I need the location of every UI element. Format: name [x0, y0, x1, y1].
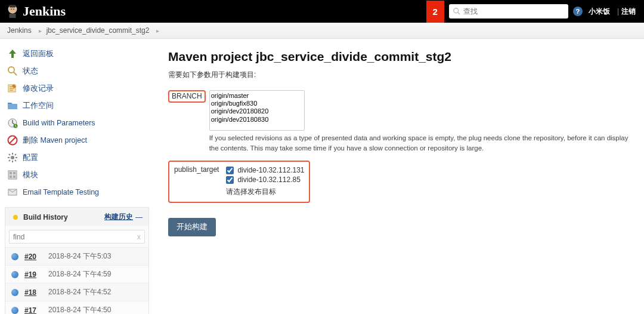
search-box[interactable]: [449, 4, 568, 19]
branch-option[interactable]: origin/bugfix830: [211, 100, 303, 107]
task-link[interactable]: Build with Parameters: [23, 119, 95, 127]
param-label-branch: BRANCH: [172, 91, 202, 100]
build-date: 2018-8-24 下午4:59: [48, 269, 111, 279]
build-status-ball-icon: [11, 307, 18, 314]
folder-icon: [7, 100, 18, 111]
build-date: 2018-8-24 下午4:50: [48, 305, 111, 314]
svg-point-3: [13, 8, 14, 10]
sidebar-task-工作空间[interactable]: 工作空间: [5, 98, 149, 113]
publish-target-option[interactable]: divide-10.32.112.131: [226, 165, 304, 175]
svg-rect-1: [10, 5, 16, 8]
sun-icon: [11, 213, 20, 221]
branch-option[interactable]: origin/dev20180830: [211, 116, 303, 124]
task-link[interactable]: 删除 Maven project: [23, 136, 87, 146]
sidebar-task-模块[interactable]: 模块: [5, 167, 149, 183]
main-panel: Maven project jbc_service_divide_commit_…: [155, 39, 644, 314]
svg-point-4: [454, 8, 459, 13]
branch-select[interactable]: origin/masterorigin/bugfix830origin/dev2…: [209, 90, 305, 131]
build-status-ball-icon: [11, 289, 18, 296]
divider: |: [617, 7, 619, 16]
publish-target-option[interactable]: divide-10.32.112.85: [226, 175, 304, 184]
help-icon[interactable]: ?: [573, 7, 583, 16]
task-link[interactable]: 配置: [23, 153, 38, 163]
svg-line-20: [9, 160, 10, 161]
search-icon: [453, 7, 461, 16]
build-number[interactable]: #18: [24, 288, 48, 297]
build-history-filter[interactable]: x: [9, 230, 145, 244]
sidebar-task-删除-maven-project[interactable]: 删除 Maven project: [5, 133, 149, 148]
publish-target-checkbox[interactable]: [226, 167, 234, 174]
build-row[interactable]: #182018-8-24 下午4:52: [5, 283, 148, 301]
build-history-title: Build History: [23, 213, 104, 221]
side-panel: 返回面板状态修改记录工作空间Build with Parameters删除 Ma…: [0, 39, 155, 314]
build-number[interactable]: #17: [24, 306, 48, 315]
task-link[interactable]: 模块: [23, 170, 38, 180]
task-link[interactable]: 工作空间: [23, 101, 54, 111]
delete-icon: [7, 135, 18, 146]
page-subtitle: 需要如下参数用于构建项目:: [168, 70, 634, 80]
svg-rect-26: [13, 176, 16, 178]
module-icon: [7, 170, 18, 180]
publish-target-hint: 请选择发布目标: [226, 187, 304, 197]
build-status-ball-icon: [11, 271, 18, 278]
build-history-panel: Build History 构建历史 — x #202018-8-24 下午5:…: [5, 207, 149, 314]
breadcrumb-item[interactable]: Jenkins: [7, 26, 32, 35]
build-button[interactable]: 开始构建: [168, 218, 216, 236]
magnifier-icon: [7, 66, 18, 76]
sidebar-task-返回面板[interactable]: 返回面板: [5, 46, 149, 61]
logout-link[interactable]: 注销: [621, 7, 636, 17]
task-link[interactable]: 修改记录: [23, 84, 54, 94]
breadcrumb-item[interactable]: jbc_service_divide_commit_stg2: [47, 26, 150, 35]
search-input[interactable]: [463, 7, 565, 16]
sidebar-task-配置[interactable]: 配置: [5, 150, 149, 165]
sidebar-task-状态[interactable]: 状态: [5, 63, 149, 79]
build-date: 2018-8-24 下午5:03: [48, 251, 111, 261]
task-link[interactable]: 返回面板: [23, 49, 54, 59]
build-number[interactable]: #20: [24, 253, 48, 261]
top-header: Jenkins 2 ? 小米饭 | 注销: [0, 0, 644, 23]
breadcrumb: Jenkins ▸ jbc_service_divide_commit_stg2…: [0, 23, 644, 39]
svg-rect-23: [10, 172, 12, 174]
svg-line-5: [458, 13, 460, 15]
edit-icon: [7, 83, 18, 94]
svg-line-19: [15, 160, 16, 161]
svg-rect-24: [13, 172, 16, 174]
parameters-table: BRANCH origin/masterorigin/bugfix830orig…: [168, 88, 634, 211]
sidebar-task-build-with-parameters[interactable]: Build with Parameters: [5, 115, 149, 131]
svg-line-7: [14, 72, 17, 75]
trend-dash: —: [135, 213, 143, 221]
task-link[interactable]: 状态: [23, 66, 38, 76]
svg-point-2: [11, 8, 12, 10]
build-number[interactable]: #19: [24, 270, 48, 279]
mail-icon: [7, 187, 18, 198]
up-arrow-icon: [7, 48, 18, 59]
branch-label-box: BRANCH: [168, 90, 206, 103]
sidebar-task-修改记录[interactable]: 修改记录: [5, 81, 149, 96]
build-history-header: Build History 构建历史 —: [5, 208, 148, 226]
publish-target-checkbox[interactable]: [226, 176, 234, 184]
user-link[interactable]: 小米饭: [589, 7, 610, 17]
build-date: 2018-8-24 下午4:52: [48, 287, 111, 297]
svg-point-13: [11, 156, 14, 159]
branch-description: If you selected revisions as a type of p…: [209, 133, 631, 153]
branch-option[interactable]: origin/dev20180820: [211, 107, 303, 115]
branch-option[interactable]: origin/master: [211, 92, 303, 100]
chevron-right-icon: ▸: [156, 27, 159, 34]
clear-filter-icon[interactable]: x: [134, 233, 144, 241]
gear-icon: [7, 152, 18, 163]
clock-icon: [7, 118, 18, 128]
page-title: Maven project jbc_service_divide_commit_…: [168, 50, 634, 64]
svg-line-18: [9, 154, 10, 155]
build-history-filter-input[interactable]: [10, 233, 134, 241]
build-row[interactable]: #192018-8-24 下午4:59: [5, 265, 148, 283]
build-row[interactable]: #202018-8-24 下午5:03: [5, 247, 148, 265]
sidebar-task-email-template-testing[interactable]: Email Template Testing: [5, 184, 149, 200]
task-link[interactable]: Email Template Testing: [23, 188, 99, 196]
build-row[interactable]: #172018-8-24 下午4:50: [5, 301, 148, 314]
svg-line-12: [10, 137, 16, 143]
build-history-trend-link[interactable]: 构建历史: [104, 212, 133, 222]
chevron-right-icon: ▸: [39, 27, 42, 34]
jenkins-logo-icon: [6, 4, 19, 19]
notification-badge[interactable]: 2: [426, 1, 444, 23]
brand[interactable]: Jenkins: [0, 4, 72, 19]
